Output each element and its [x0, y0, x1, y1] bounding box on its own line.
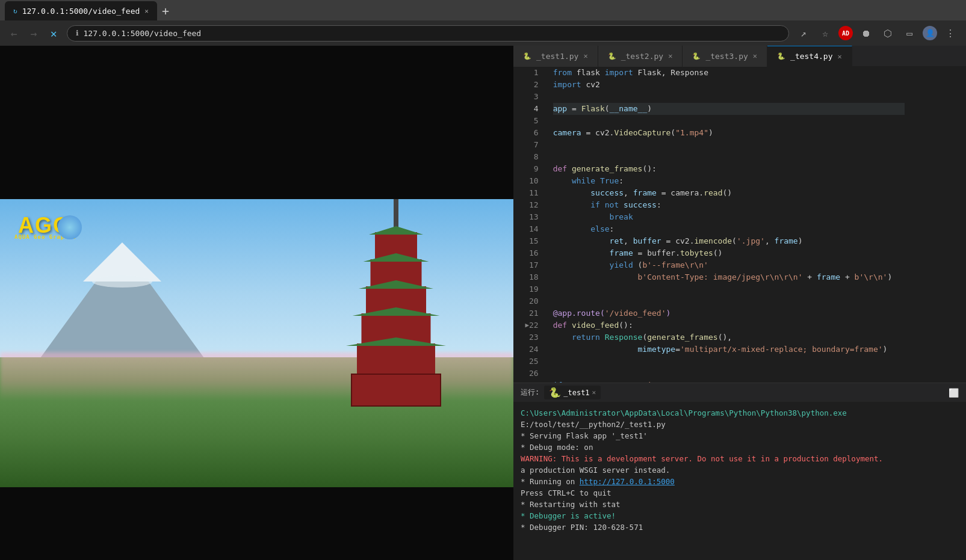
- code-line-12: if not success:: [553, 199, 905, 211]
- terminal-line-11: * Debugger PIN: 120-628-571: [521, 522, 959, 533]
- code-line-21: @app.route('/video_feed'): [553, 307, 905, 319]
- tab-test2[interactable]: 🐍 _test2.py ✕: [598, 46, 683, 67]
- code-line-10: while True:: [553, 175, 905, 187]
- tab-test2-close[interactable]: ✕: [668, 52, 672, 60]
- code-line-15: ret, buffer = cv2.imencode('.jpg', frame…: [553, 235, 905, 247]
- terminal-line-8: Press CTRL+C to quit: [521, 487, 959, 499]
- code-line-4: app = Flask(__name__): [553, 103, 905, 115]
- terminal-line-2: E:/tool/test/__python2/_test1.py: [521, 419, 959, 430]
- terminal-line-4: * Debug mode: on: [521, 442, 959, 453]
- tab-test1-label: _test1.py: [536, 52, 578, 61]
- url-display: 127.0.0.1:5000/video_feed: [84, 29, 202, 38]
- terminal-panel: 运行: 🐍 _test1 ✕ ⬜ C:\Users\Administrator\…: [513, 383, 966, 560]
- code-text[interactable]: from flask import Flask, Response import…: [543, 67, 914, 383]
- side-action-panel: 正在登录 连接中.: [914, 67, 966, 383]
- tab-title: 127.0.0.1:5000/video_feed: [22, 7, 140, 16]
- code-line-24: mimetype='multipart/x-mixed-replace; bou…: [553, 343, 905, 355]
- python-file-icon2: 🐍: [608, 52, 616, 60]
- terminal-run-label: 运行:: [521, 387, 539, 398]
- code-line-5: [553, 115, 905, 127]
- video-feed-content: AGG AQUA Geo Graphic: [0, 46, 513, 560]
- adblocker-icon[interactable]: AD: [838, 26, 853, 40]
- editor-tab-bar: 🐍 _test1.py ✕ 🐍 _test2.py ✕ 🐍 _test3.py …: [513, 46, 966, 67]
- terminal-process-tab[interactable]: 🐍 _test1 ✕: [544, 386, 601, 399]
- server-link[interactable]: http://127.0.0.1:5000: [580, 477, 675, 486]
- code-line-13: break: [553, 211, 905, 223]
- code-line-25: [553, 355, 905, 368]
- tab-test4[interactable]: 🐍 _test4.py ✕: [767, 46, 852, 67]
- bookmark-icon[interactable]: ☆: [817, 25, 834, 42]
- code-line-17: yield (b'--frame\r\n': [553, 259, 905, 271]
- forward-button[interactable]: →: [27, 25, 41, 42]
- browser-toolbar: ← → ✕ ℹ 127.0.0.1:5000/video_feed ↗ ☆ AD…: [0, 20, 966, 46]
- tab-bar: ↻ 127.0.0.1:5000/video_feed ✕ +: [0, 0, 966, 20]
- code-line-20: [553, 295, 905, 307]
- terminal-process-label: _test1: [563, 389, 589, 397]
- terminal-line-7: * Running on http://127.0.0.1:5000: [521, 476, 959, 487]
- code-line-11: success, frame = camera.read(): [553, 187, 905, 199]
- terminal-tab-bar: 运行: 🐍 _test1 ✕ ⬜: [513, 383, 966, 402]
- editor-pane: 🐍 _test1.py ✕ 🐍 _test2.py ✕ 🐍 _test3.py …: [513, 46, 966, 560]
- line-numbers: 1 2 3 4 5 6 7 8 9 10 11 12 13 14 15 16 1: [513, 67, 543, 383]
- split-view-icon[interactable]: ▭: [901, 25, 918, 42]
- code-editor: 1 2 3 4 5 6 7 8 9 10 11 12 13 14 15 16 1: [513, 67, 966, 383]
- loading-spinner-icon: ↻: [13, 7, 17, 15]
- menu-icon[interactable]: ⋮: [942, 25, 959, 42]
- code-line-14: else:: [553, 223, 905, 235]
- terminal-line-3: * Serving Flask app '_test1': [521, 430, 959, 442]
- code-line-18: b'Content-Type: image/jpeg\r\n\r\n' + fr…: [553, 271, 905, 283]
- toolbar-icons: ↗ ☆ AD ⏺ ⬡ ▭ 👤 ⋮: [795, 25, 959, 42]
- code-line-6: camera = cv2.VideoCapture("1.mp4"): [553, 127, 905, 139]
- video-bottom-black: [0, 487, 513, 560]
- share-icon[interactable]: ↗: [795, 25, 812, 42]
- terminal-maximize-button[interactable]: ⬜: [949, 388, 959, 398]
- video-frame: AGG AQUA Geo Graphic: [0, 199, 513, 487]
- code-line-3: [553, 91, 905, 103]
- terminal-line-9: * Restarting with stat: [521, 499, 959, 510]
- tab-test1[interactable]: 🐍 _test1.py ✕: [513, 46, 598, 67]
- code-line-23: return Response(generate_frames(),: [553, 331, 905, 343]
- agg-circle-icon: [58, 215, 82, 239]
- record-icon[interactable]: ⏺: [858, 25, 875, 42]
- browser-tab-active[interactable]: ↻ 127.0.0.1:5000/video_feed ✕: [5, 1, 157, 20]
- tab-test2-label: _test2.py: [621, 52, 663, 61]
- code-line-26: [553, 368, 905, 380]
- agg-logo: AGG AQUA Geo Graphic: [18, 211, 76, 240]
- python-file-icon4: 🐍: [777, 52, 785, 60]
- terminal-line-6: a production WSGI server instead.: [521, 464, 959, 476]
- main-area: AGG AQUA Geo Graphic 🐍 _test1.py ✕ 🐍 _te…: [0, 46, 966, 560]
- address-bar[interactable]: ℹ 127.0.0.1:5000/video_feed: [67, 25, 789, 42]
- code-line-22: def video_feed():: [553, 319, 905, 331]
- code-line-2: import cv2: [553, 79, 905, 91]
- tab-test3[interactable]: 🐍 _test3.py ✕: [683, 46, 767, 67]
- code-line-1: from flask import Flask, Response: [553, 67, 905, 79]
- terminal-output[interactable]: C:\Users\Administrator\AppData\Local\Pro…: [513, 402, 966, 560]
- terminal-line-10: * Debugger is active!: [521, 510, 959, 522]
- code-line-16: frame = buffer.tobytes(): [553, 247, 905, 259]
- python-file-icon3: 🐍: [692, 52, 701, 60]
- code-line-7: [553, 139, 905, 151]
- lock-icon: ℹ: [76, 29, 79, 37]
- terminal-line-5: WARNING: This is a development server. D…: [521, 453, 959, 464]
- code-line-19: [553, 283, 905, 295]
- tab-test4-label: _test4.py: [790, 52, 832, 61]
- terminal-process-close[interactable]: ✕: [592, 389, 596, 396]
- pagoda: [327, 199, 465, 407]
- video-top-black: [0, 46, 513, 199]
- profile-icon[interactable]: 👤: [923, 26, 937, 40]
- extensions-icon[interactable]: ⬡: [879, 25, 896, 42]
- back-button[interactable]: ←: [7, 25, 21, 42]
- code-line-8: [553, 151, 905, 163]
- tab-close-button[interactable]: ✕: [144, 7, 149, 15]
- python-file-icon: 🐍: [523, 52, 531, 60]
- code-line-9: def generate_frames():: [553, 163, 905, 175]
- tab-test3-label: _test3.py: [705, 52, 748, 61]
- new-tab-button[interactable]: +: [158, 4, 173, 18]
- tab-test3-close[interactable]: ✕: [753, 52, 757, 60]
- terminal-line-1: C:\Users\Administrator\AppData\Local\Pro…: [521, 407, 959, 419]
- reload-button[interactable]: ✕: [47, 25, 61, 42]
- tab-test4-close[interactable]: ✕: [838, 52, 842, 61]
- tab-test1-close[interactable]: ✕: [583, 52, 587, 60]
